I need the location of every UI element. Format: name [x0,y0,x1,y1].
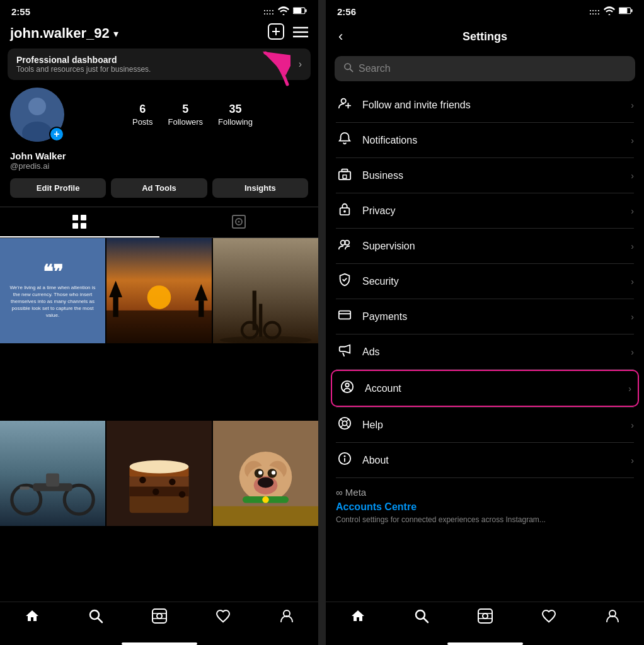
nav-profile-button[interactable] [279,608,294,627]
status-bar-right: 2:56 :::: [326,0,644,21]
profile-handle: @predis.ai [10,161,308,171]
svg-point-11 [28,98,46,115]
insights-button[interactable]: Insights [212,178,308,198]
photo-grid: ❝❞ We're living at a time when attention… [0,238,318,602]
chevron-down-icon: ▾ [113,28,118,40]
stats-row: 6 Posts 5 Followers 35 Following [77,103,308,127]
wifi-icon [278,6,289,17]
nav-profile-button-r[interactable] [605,608,620,627]
search-bar[interactable]: Search [335,56,635,81]
hamburger-menu-button[interactable] [293,25,308,42]
settings-item-privacy[interactable]: Privacy › [326,193,644,228]
nav-reels-button[interactable] [152,608,167,627]
svg-point-89 [345,384,349,387]
dashboard-subtitle: Tools and resources just for businesses. [16,65,151,74]
add-avatar-button[interactable]: + [49,127,64,142]
svg-point-83 [343,210,346,213]
settings-item-security[interactable]: Security › [326,264,644,299]
nav-heart-button[interactable] [216,608,231,627]
grid-post-4[interactable] [0,421,105,526]
svg-rect-1 [305,9,306,13]
posts-stat[interactable]: 6 Posts [132,103,153,127]
nav-heart-button-r[interactable] [541,608,556,627]
svg-rect-22 [106,311,212,343]
notifications-chevron-icon: › [631,135,634,146]
follow-icon [336,96,354,113]
svg-rect-30 [259,304,262,336]
about-label: About [362,455,631,466]
tab-tagged[interactable] [159,207,319,237]
svg-point-21 [147,285,171,309]
accounts-centre-link[interactable]: Accounts Centre [336,501,634,513]
profile-info-row: + 6 Posts 5 Followers 35 Following [0,88,318,148]
nav-reels-button-r[interactable] [478,608,493,627]
supervision-icon [336,237,354,254]
grid-post-6[interactable] [213,421,318,526]
username-row[interactable]: john.walker_92 ▾ [10,25,118,42]
svg-point-75 [342,99,346,103]
settings-item-supervision[interactable]: Supervision › [326,229,644,263]
professional-dashboard[interactable]: Professional dashboard Tools and resourc… [8,49,311,80]
grid-post-3[interactable] [213,238,318,343]
svg-line-92 [340,419,342,421]
settings-item-business[interactable]: Business › [326,158,644,193]
signal-icon-r: :::: [589,7,600,16]
svg-point-55 [258,477,273,488]
payments-label: Payments [362,311,631,322]
supervision-chevron-icon: › [631,241,634,251]
settings-item-notifications[interactable]: Notifications › [326,123,644,157]
header-actions [268,23,308,43]
tab-grid[interactable] [0,207,159,237]
dashboard-text: Professional dashboard Tools and resourc… [16,55,151,74]
edit-profile-button[interactable]: Edit Profile [10,178,106,198]
svg-point-46 [152,488,159,494]
back-button[interactable]: ‹ [336,26,345,47]
svg-rect-62 [213,506,318,525]
battery-icon-r [619,7,633,16]
nav-search-button-r[interactable] [414,608,429,627]
grid-post-5[interactable] [106,421,212,526]
follow-chevron-icon: › [631,100,634,110]
svg-rect-15 [72,223,78,229]
avatar-container[interactable]: + [10,88,64,142]
time-right: 2:56 [337,6,356,17]
svg-line-74 [350,69,352,71]
help-label: Help [362,420,631,431]
settings-item-account[interactable]: Account › [331,370,639,407]
display-name: John Walker [10,151,308,161]
bell-icon [336,132,354,149]
settings-item-ads[interactable]: Ads › [326,334,644,369]
supervision-label: Supervision [362,241,631,252]
svg-line-100 [423,619,428,623]
status-bar-left: 2:55 :::: [0,0,318,21]
search-icon [343,62,354,75]
account-label: Account [365,383,628,394]
username: john.walker_92 [10,25,110,42]
settings-item-about[interactable]: About › [326,443,644,477]
nav-home-button[interactable] [25,608,40,627]
svg-line-94 [347,419,348,421]
settings-item-payments[interactable]: Payments › [326,299,644,334]
meta-section: ∞ Meta Accounts Centre Control settings … [326,478,644,527]
privacy-label: Privacy [362,205,631,217]
wifi-icon-r [604,6,615,17]
about-chevron-icon: › [631,455,634,465]
svg-point-91 [342,421,347,425]
svg-rect-38 [20,486,30,489]
ad-tools-button[interactable]: Ad Tools [111,178,207,198]
account-chevron-icon: › [628,384,631,394]
settings-item-follow[interactable]: Follow and invite friends › [326,88,644,122]
quote-mark: ❝❞ [43,263,63,282]
followers-label: Followers [168,117,203,127]
grid-post-2[interactable] [106,238,212,343]
following-stat[interactable]: 35 Following [218,103,253,127]
nav-home-button-r[interactable] [350,608,365,627]
followers-stat[interactable]: 5 Followers [168,103,203,127]
settings-item-help[interactable]: Help › [326,408,644,442]
bottom-nav-left [0,602,318,640]
nav-search-button[interactable] [88,608,103,627]
add-post-button[interactable] [268,23,284,43]
info-icon [336,452,354,469]
svg-rect-14 [81,215,86,220]
grid-post-1[interactable]: ❝❞ We're living at a time when attention… [0,238,105,343]
